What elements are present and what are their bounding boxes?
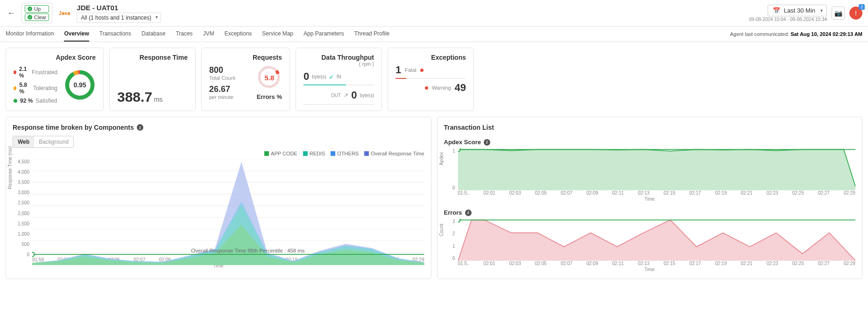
status-tags: ✓Up ✓Clear — [21, 3, 52, 23]
chart-legend-item[interactable]: REDIS — [303, 151, 325, 156]
requests-per-minute: 26.67 — [209, 84, 235, 94]
tab-database[interactable]: Database — [141, 27, 165, 42]
apdex-title: Apdex Score — [14, 54, 96, 61]
errors-pct-value: 5.8 — [257, 65, 282, 91]
throughput-in-unit: byte(s) — [312, 74, 326, 79]
throughput-sub: ( rpm ) — [303, 61, 374, 67]
data-throughput-card: Data Throughput ( rpm ) 0 byte(s) ↙ IN O… — [296, 48, 382, 111]
status-clear: ✓Clear — [25, 14, 49, 21]
response-time-card: Response Time 388.7 ms — [109, 48, 196, 111]
arrow-out-icon: ↗ — [344, 92, 348, 98]
toggle-background[interactable]: Background — [34, 136, 73, 147]
tab-thread-profile[interactable]: Thread Profile — [354, 27, 389, 42]
response-time-panel: Response time broken by Components i Web… — [6, 117, 431, 279]
info-icon[interactable]: i — [484, 139, 490, 146]
errors-chart-ylabel: Count — [438, 224, 444, 236]
exceptions-fatal-value: 1 — [395, 64, 401, 76]
svg-point-19 — [456, 148, 460, 152]
toggle-web[interactable]: Web — [13, 136, 34, 147]
throughput-out-dir: OUT — [331, 93, 341, 98]
tab-traces[interactable]: Traces — [176, 27, 192, 42]
tab-exceptions[interactable]: Exceptions — [225, 27, 252, 42]
chart-legend-item[interactable]: OTHERS — [331, 151, 359, 156]
alert-icon: ! — [855, 9, 857, 17]
requests-pm-label: per minute — [209, 94, 235, 100]
errors-gauge: 5.8 — [257, 65, 282, 91]
status-up: ✓Up — [25, 5, 49, 13]
requests-total-label: Total Count — [209, 75, 235, 81]
apdex-chart-title: Apdex Score — [444, 139, 481, 146]
apdex-score-card: Apdex Score 2.1 %Frustrated5.8 %Tolerati… — [6, 48, 104, 111]
tab-monitor-information[interactable]: Monitor Information — [6, 27, 54, 42]
requests-card: Requests 800 Total Count 26.67 per minut… — [201, 48, 290, 111]
chart-legend-item[interactable]: APP CODE — [264, 151, 297, 156]
svg-text:95th Percentile : 1: 95th Percentile : 1 — [635, 148, 678, 149]
errors-chart-xlabel: Time — [444, 267, 856, 272]
tab-overview[interactable]: Overview — [64, 27, 89, 42]
back-button[interactable]: ← — [6, 7, 17, 19]
hosts-dropdown[interactable]: All (1 hosts and 1 instances) — [77, 13, 161, 23]
throughput-title: Data Throughput — [303, 54, 374, 61]
screenshot-button[interactable]: 📷 — [832, 7, 845, 20]
apdex-chart-ylabel: Apdex — [438, 152, 444, 165]
svg-text:95th Percentile : 3: 95th Percentile : 3 — [635, 219, 678, 219]
errors-pct-label: Errors % — [257, 93, 282, 100]
requests-total: 800 — [209, 65, 235, 75]
transaction-list-panel: Transaction List Apdex Score i 10 Apdex … — [437, 117, 863, 279]
alert-badge: 2 — [859, 4, 865, 10]
exceptions-warn-value: 49 — [455, 82, 466, 94]
response-time-title: Response Time — [117, 54, 188, 61]
tab-transactions[interactable]: Transactions — [99, 27, 131, 42]
tab-jvm[interactable]: JVM — [203, 27, 214, 42]
apdex-donut: 0.95 — [64, 69, 96, 101]
chart-legend-item[interactable]: Overall Response Time — [364, 151, 424, 156]
page-title: JDE - UAT01 — [77, 4, 161, 12]
status-clear-label: Clear — [34, 14, 46, 20]
exceptions-fatal-label: Fatal — [405, 67, 416, 73]
apdex-score-value: 0.95 — [64, 69, 96, 101]
time-range-picker[interactable]: 📅 Last 30 Min — [768, 5, 827, 16]
throughput-in-value: 0 — [303, 70, 309, 83]
apdex-legend-item: 5.8 %Tolerating — [14, 82, 57, 95]
errors-chart-title: Errors — [444, 209, 462, 216]
fatal-dot-icon — [420, 69, 423, 72]
warning-dot-icon — [425, 86, 428, 90]
transaction-list-title: Transaction List — [444, 124, 494, 131]
response-time-ylabel: Response Time (ms) — [7, 146, 13, 189]
exceptions-title: Exceptions — [395, 54, 466, 61]
throughput-in-dir: IN — [337, 74, 341, 79]
apdex-legend-item: 92 %Satisfied — [14, 98, 57, 104]
alerts-button[interactable]: ! 2 — [849, 7, 862, 20]
apdex-legend-item: 2.1 %Frustrated — [14, 66, 57, 79]
info-icon[interactable]: i — [465, 210, 472, 216]
time-range-label: Last 30 Min — [784, 7, 815, 14]
requests-title: Requests — [209, 54, 282, 61]
info-icon[interactable]: i — [137, 124, 143, 131]
throughput-out-unit: byte(s) — [360, 93, 374, 98]
time-range-text: 09-08-2024 15:04 - 09-08-2024 15:34 — [749, 17, 827, 22]
agent-last-communicated: Agent last communicated: Sat Aug 10, 202… — [730, 31, 863, 37]
web-background-toggle: Web Background — [13, 136, 74, 148]
camera-icon: 📷 — [834, 9, 842, 17]
java-icon: Java — [57, 6, 72, 21]
tab-service-map[interactable]: Service Map — [262, 27, 293, 42]
arrow-in-icon: ↙ — [329, 73, 334, 80]
status-up-label: Up — [34, 6, 41, 12]
apdex-chart-xlabel: Time — [444, 196, 856, 202]
response-time-panel-title: Response time broken by Components — [13, 124, 134, 131]
calendar-icon: 📅 — [773, 7, 780, 14]
response-time-unit: ms — [154, 96, 163, 103]
exceptions-warn-label: Warning — [432, 85, 451, 91]
throughput-out-value: 0 — [351, 89, 357, 101]
exceptions-card: Exceptions 1 Fatal Warning 49 — [388, 48, 474, 111]
tab-app-parameters[interactable]: App Parameters — [303, 27, 344, 42]
svg-point-16 — [30, 252, 34, 257]
svg-text:Overall Response Time 95th Per: Overall Response Time 95th Percentile : … — [191, 248, 304, 253]
response-time-value: 388.7 — [117, 89, 152, 105]
svg-point-22 — [456, 219, 460, 222]
